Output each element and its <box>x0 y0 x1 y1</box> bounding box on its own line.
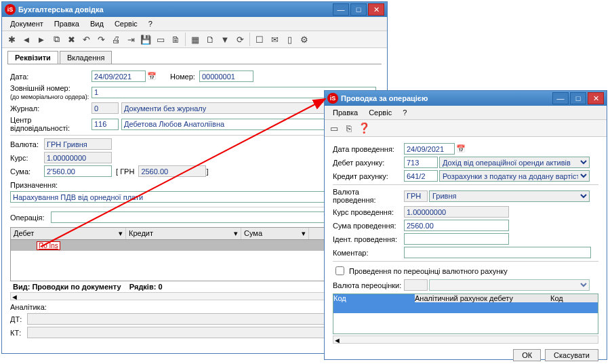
doc2-icon[interactable]: ☐ <box>253 33 266 46</box>
dlg-curr-name-combo[interactable]: Гривня <box>429 190 590 202</box>
reval-checkbox-input[interactable] <box>335 266 344 275</box>
prev-icon[interactable]: ◄ <box>20 33 33 46</box>
currency-input[interactable] <box>44 138 112 150</box>
col-sum[interactable]: Сума ▾ <box>241 228 309 239</box>
menu-service[interactable]: Сервіс <box>109 18 143 29</box>
dialog-close-button[interactable]: ✕ <box>588 92 604 104</box>
print-icon[interactable]: 🖨 <box>109 33 123 46</box>
dialog-body: Дата проведення: 📅 Дебет рахунку: Дохід … <box>325 137 607 364</box>
col-debit[interactable]: Дебет ▾ <box>11 228 126 239</box>
tab-requisites[interactable]: Реквізити <box>7 51 58 64</box>
dlg-curr-code-input[interactable] <box>404 190 428 202</box>
minimize-button[interactable]: — <box>333 3 349 16</box>
menu-view[interactable]: Вид <box>85 18 109 29</box>
ok-button[interactable]: ОК <box>513 349 541 361</box>
save-icon[interactable]: ⎘ <box>342 121 356 135</box>
dlg-date-input[interactable] <box>404 143 455 155</box>
main-toolbar: ✱ ◄ ► ⧉ ✖ ↶ ↷ 🖨 ⇥ 💾 ▭ 🗎 ▦ 🗋 ▼ ⟳ ☐ ✉ ▯ ⚙ <box>2 31 387 48</box>
resp-code-input[interactable] <box>91 119 119 130</box>
delete-icon[interactable]: ✖ <box>64 33 78 46</box>
col-code2[interactable]: Код <box>550 294 577 302</box>
dlg-debit-code-input[interactable] <box>404 157 438 168</box>
sum-input[interactable] <box>44 165 112 177</box>
dlg-debit-label: Дебет рахунку: <box>333 159 404 167</box>
grid-selected-row[interactable] <box>333 302 598 313</box>
dlg-scrollbar[interactable]: ◄ <box>333 336 598 344</box>
dlg-credit-name-combo[interactable]: Розрахунки з податку на додану вартість <box>439 170 590 182</box>
copy-icon[interactable]: ⧉ <box>49 33 63 46</box>
rate-label: Курс: <box>10 154 44 162</box>
dialog-toolbar: ▭ ⎘ ❓ <box>325 120 607 137</box>
dlg-credit-label: Кредит рахунку: <box>333 172 404 180</box>
next-icon[interactable]: ► <box>35 33 48 46</box>
dlg-sum-input[interactable] <box>404 220 509 231</box>
dialog-menu-edit[interactable]: Правка <box>327 107 363 118</box>
dialog-titlebar: iS Проводка за операцією — □ ✕ <box>325 91 607 106</box>
ins-hint[interactable]: По Ins <box>37 241 60 250</box>
menu-help[interactable]: ? <box>143 18 158 29</box>
dialog-menu-help[interactable]: ? <box>397 107 412 118</box>
responsibility-label: Центр відповідальності: <box>10 116 91 132</box>
col-credit[interactable]: Кредит ▾ <box>126 228 241 239</box>
cancel-button[interactable]: Скасувати <box>545 349 598 361</box>
help-icon[interactable]: ❓ <box>357 121 371 135</box>
journal-label: Журнал: <box>10 104 91 113</box>
page-icon[interactable]: 🗋 <box>203 33 217 46</box>
menu-edit[interactable]: Правка <box>49 18 85 29</box>
new-icon[interactable]: ✱ <box>5 33 18 46</box>
filter-icon[interactable]: ▼ <box>218 33 232 46</box>
menu-document[interactable]: Документ <box>5 18 49 29</box>
tab-attachments[interactable]: Вкладення <box>60 51 112 64</box>
dlg-reval-curr-combo[interactable] <box>429 279 590 291</box>
dlg-reval-checkbox[interactable]: Проведення по переоцінці валютного рахун… <box>333 264 508 277</box>
dlg-ident-input[interactable] <box>404 233 509 245</box>
dlg-rate-input[interactable] <box>404 206 509 218</box>
calendar-icon[interactable]: 📅 <box>456 144 466 153</box>
dialog-menu-service[interactable]: Сервіс <box>363 107 397 118</box>
dlg-currency-label: Валюта проведення: <box>333 188 404 204</box>
dlg-date-label: Дата проведення: <box>333 145 404 153</box>
book-icon[interactable]: ▭ <box>154 33 167 46</box>
grid-icon[interactable]: ▦ <box>188 33 202 46</box>
doc-icon[interactable]: 🗎 <box>169 33 182 46</box>
operation-label: Операція: <box>10 214 51 222</box>
journal-code-input[interactable] <box>91 102 119 114</box>
settings-icon[interactable]: ⚙ <box>298 33 311 46</box>
ext-number-label: Зовнішній номер: (до меморіального ордер… <box>10 84 91 100</box>
sum-uah-input[interactable] <box>138 165 206 177</box>
dlg-ident-label: Ідент. проведення: <box>333 235 404 243</box>
undo-icon[interactable]: ↶ <box>79 33 93 46</box>
dlg-debit-name-combo[interactable]: Дохід від операційної оренди активів <box>439 157 590 168</box>
purpose-input[interactable] <box>10 191 376 203</box>
number-input[interactable] <box>199 70 253 82</box>
col-analytic[interactable]: Аналітичний рахунок дебету <box>415 294 550 302</box>
dlg-credit-code-input[interactable] <box>404 170 438 182</box>
dlg-reval-curr-label: Валюта переоцінки: <box>333 281 404 289</box>
dialog-minimize-button[interactable]: — <box>552 92 569 104</box>
maximize-button[interactable]: □ <box>350 3 367 16</box>
save-icon[interactable]: 💾 <box>139 33 152 46</box>
dlg-comment-label: Коментар: <box>333 249 404 257</box>
main-titlebar: iS Бухгалтерська довідка — □ ✕ <box>2 2 387 17</box>
date-label: Дата: <box>10 73 91 81</box>
mail-icon[interactable]: ✉ <box>268 33 281 46</box>
book-icon[interactable]: ▭ <box>327 121 341 135</box>
purpose-label: Призначення: <box>10 181 64 189</box>
refresh-icon[interactable]: ⟳ <box>233 33 247 46</box>
analytic-grid: Код Аналітичний рахунок дебету Код <box>333 294 598 334</box>
rate-input[interactable] <box>44 152 112 163</box>
date-input[interactable] <box>91 70 146 82</box>
col-code[interactable]: Код <box>333 294 415 302</box>
close-button[interactable]: ✕ <box>368 3 384 16</box>
folder-icon[interactable]: ▯ <box>283 33 296 46</box>
calendar-icon[interactable]: 📅 <box>147 72 157 81</box>
dlg-comment-input[interactable] <box>404 247 591 258</box>
dialog-maximize-button[interactable]: □ <box>570 92 586 104</box>
dlg-reval-curr-code[interactable] <box>404 279 428 291</box>
main-menubar: Документ Правка Вид Сервіс ? <box>2 17 387 31</box>
dt-label: ДТ: <box>10 315 27 323</box>
kt-label: КТ: <box>10 329 27 337</box>
export-icon[interactable]: ⇥ <box>124 33 138 46</box>
sum-label: Сума: <box>10 167 44 176</box>
redo-icon[interactable]: ↷ <box>94 33 108 46</box>
